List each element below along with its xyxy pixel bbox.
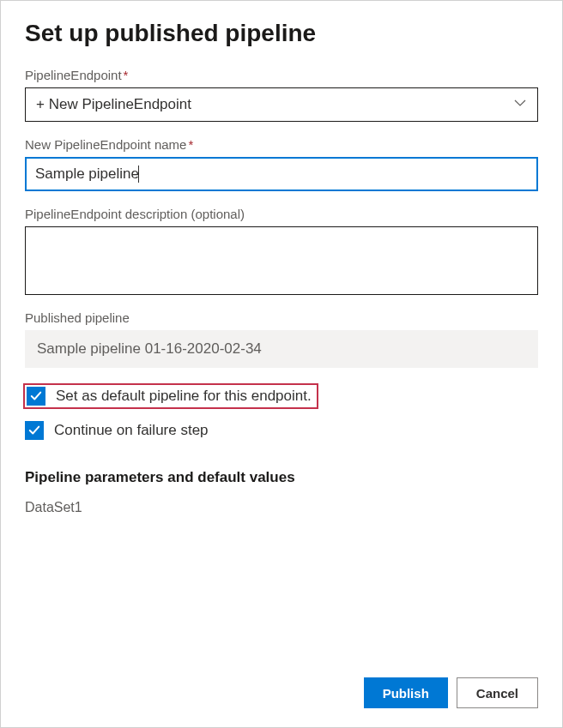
default-pipeline-row: Set as default pipeline for this endpoin… xyxy=(23,383,318,409)
publish-button[interactable]: Publish xyxy=(364,677,448,708)
continue-failure-label: Continue on failure step xyxy=(54,422,209,439)
required-indicator: * xyxy=(124,68,129,82)
default-pipeline-label: Set as default pipeline for this endpoin… xyxy=(56,388,312,405)
endpoint-selected-value: + New PipelineEndpoint xyxy=(36,96,191,113)
published-pipeline-value: Sample pipeline 01-16-2020-02-34 xyxy=(25,330,538,368)
check-icon xyxy=(30,390,42,402)
description-input[interactable] xyxy=(25,226,538,295)
name-label: New PipelineEndpoint name* xyxy=(25,137,538,152)
description-label: PipelineEndpoint description (optional) xyxy=(25,207,538,221)
dialog-title: Set up published pipeline xyxy=(25,20,538,47)
chevron-down-icon xyxy=(513,96,527,114)
cancel-button[interactable]: Cancel xyxy=(457,677,538,708)
publish-pipeline-dialog: Set up published pipeline PipelineEndpoi… xyxy=(0,0,563,728)
parameter-item: DataSet1 xyxy=(25,500,538,515)
endpoint-label: PipelineEndpoint* xyxy=(25,68,538,82)
name-input[interactable]: Sample pipeline xyxy=(25,157,538,191)
parameters-heading: Pipeline parameters and default values xyxy=(25,469,538,486)
default-pipeline-checkbox[interactable] xyxy=(27,387,45,406)
required-indicator: * xyxy=(188,137,193,152)
published-label: Published pipeline xyxy=(25,310,538,325)
dialog-footer: Publish Cancel xyxy=(364,677,538,708)
endpoint-select[interactable]: + New PipelineEndpoint xyxy=(25,87,538,122)
check-icon xyxy=(28,424,40,436)
continue-failure-checkbox[interactable] xyxy=(25,421,44,440)
text-caret xyxy=(138,165,139,183)
continue-failure-row: Continue on failure step xyxy=(25,421,538,440)
